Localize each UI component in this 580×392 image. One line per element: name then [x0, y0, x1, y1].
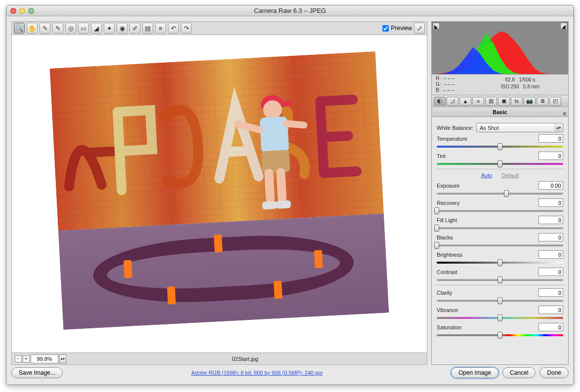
split-toning-tab[interactable]: ▥	[485, 97, 497, 106]
snapshots-tab[interactable]: ◰	[549, 97, 561, 106]
brightness-value-field[interactable]	[539, 250, 563, 259]
saturation-slider-thumb[interactable]	[497, 332, 502, 339]
auto-link[interactable]: Auto	[481, 172, 493, 178]
exposure-label: Exposure	[437, 183, 459, 189]
tint-value-field[interactable]	[539, 152, 563, 160]
image-preview-canvas[interactable]	[11, 35, 427, 353]
open-image-button[interactable]: Open Image	[451, 367, 498, 378]
white-balance-select[interactable]: As Shot ▴▾	[476, 123, 563, 132]
basic-panel: White Balance: As Shot ▴▾ Temperature Ti…	[431, 117, 569, 365]
minimize-window-icon[interactable]	[19, 8, 25, 14]
rotate-cw-tool[interactable]: ↷	[181, 23, 192, 34]
lens-corrections-tab[interactable]: ▣	[498, 97, 510, 106]
brightness-slider[interactable]	[437, 262, 563, 264]
panel-menu-icon[interactable]: ≡	[563, 109, 566, 118]
brightness-slider-thumb[interactable]	[497, 259, 502, 266]
filllight-slider-row: Fill Light	[437, 216, 563, 229]
save-image-button[interactable]: Save Image...	[11, 367, 63, 378]
filllight-value-field[interactable]	[539, 216, 563, 224]
filllight-slider[interactable]	[437, 227, 563, 229]
main-toolbar: 🔍✋✎✎◎▭◢✦◉✐▤≡↶↷ Preview ⤢	[11, 21, 427, 35]
zoom-in-button[interactable]: +	[23, 355, 30, 362]
tint-label: Tint	[437, 153, 446, 159]
recovery-slider[interactable]	[437, 210, 563, 212]
rotate-ccw-tool[interactable]: ↶	[168, 23, 179, 34]
recovery-slider-row: Recovery	[437, 198, 563, 212]
detail-tab[interactable]: ▲	[459, 97, 471, 106]
clarity-slider-thumb[interactable]	[497, 297, 502, 304]
workflow-options-link[interactable]: Adobe RGB (1998); 8 bit; 800 by 606 (0.5…	[67, 370, 447, 376]
filename-label: 02Start.jpg	[66, 356, 424, 362]
close-window-icon[interactable]	[10, 8, 16, 14]
crop-tool[interactable]: ▭	[78, 23, 89, 34]
blacks-value-field[interactable]	[539, 233, 563, 241]
straighten-tool[interactable]: ◢	[91, 23, 102, 34]
fullscreen-toggle-icon[interactable]: ⤢	[414, 23, 425, 34]
histogram[interactable]: ◣ ◢	[431, 21, 569, 75]
footer-bar: Save Image... Adobe RGB (1998); 8 bit; 8…	[6, 365, 574, 385]
zoom-out-button[interactable]: −	[15, 355, 22, 362]
spot-removal-tool[interactable]: ✦	[104, 23, 115, 34]
zoom-window-icon[interactable]	[28, 8, 34, 14]
preview-toggle[interactable]: Preview	[382, 25, 412, 32]
hand-tool[interactable]: ✋	[27, 23, 38, 34]
zoom-level-field[interactable]	[31, 354, 58, 363]
default-link[interactable]: Default	[501, 172, 519, 178]
basic-tab[interactable]: ◐	[434, 97, 446, 106]
clarity-slider[interactable]	[437, 300, 563, 302]
hsl-tab[interactable]: ≡	[472, 97, 484, 106]
contrast-value-field[interactable]	[539, 268, 563, 276]
recovery-value-field[interactable]	[539, 198, 563, 207]
camera-calibration-tab[interactable]: 📷	[524, 97, 536, 106]
cancel-button[interactable]: Cancel	[502, 367, 536, 378]
clarity-slider-row: Clarity	[437, 288, 563, 302]
filllight-slider-thumb[interactable]	[434, 225, 439, 232]
contrast-slider-thumb[interactable]	[497, 276, 502, 283]
white-balance-tool[interactable]: ✎	[40, 23, 50, 34]
app-window: Camera Raw 6.3 – JPEG 🔍✋✎✎◎▭◢✦◉✐▤≡↶↷ Pre…	[6, 5, 574, 385]
blacks-slider-row: Blacks	[437, 233, 563, 246]
clarity-value-field[interactable]	[539, 288, 563, 297]
exposure-slider-row: Exposure	[437, 181, 563, 195]
preview-checkbox[interactable]	[382, 25, 389, 32]
done-button[interactable]: Done	[539, 367, 569, 378]
white-balance-value: As Shot	[480, 125, 499, 131]
tone-curve-tab[interactable]: ◿	[447, 97, 458, 106]
vibrance-slider-thumb[interactable]	[497, 314, 502, 321]
status-bar: − + ▴▾ 02Start.jpg	[11, 353, 427, 365]
tint-slider[interactable]	[437, 163, 563, 165]
targeted-adjustment-tool[interactable]: ◎	[65, 23, 76, 34]
vibrance-slider[interactable]	[437, 317, 563, 319]
saturation-value-field[interactable]	[539, 323, 563, 331]
exposure-value-field[interactable]	[539, 181, 563, 190]
red-eye-tool[interactable]: ◉	[117, 23, 127, 34]
exposure-slider-thumb[interactable]	[504, 190, 509, 197]
brightness-slider-row: Brightness	[437, 250, 563, 264]
vibrance-value-field[interactable]	[539, 306, 563, 314]
recovery-slider-thumb[interactable]	[434, 207, 439, 214]
presets-tab[interactable]: ≣	[537, 97, 548, 106]
contrast-slider[interactable]	[437, 279, 563, 281]
brightness-label: Brightness	[437, 252, 462, 258]
effects-tab[interactable]: fx	[511, 97, 523, 106]
saturation-slider-row: Saturation	[437, 323, 563, 336]
panel-tab-strip: ◐◿▲≡▥▣fx📷≣◰	[431, 95, 569, 107]
exposure-slider[interactable]	[437, 193, 563, 195]
temperature-value-field[interactable]	[539, 134, 563, 143]
temperature-slider[interactable]	[437, 146, 563, 148]
zoom-tool[interactable]: 🔍	[14, 23, 25, 34]
blacks-slider-thumb[interactable]	[434, 242, 439, 249]
graduated-filter-tool[interactable]: ▤	[142, 23, 153, 34]
zoom-stepper-icon[interactable]: ▴▾	[59, 354, 66, 363]
preferences-tool[interactable]: ≡	[155, 23, 166, 34]
temperature-slider-thumb[interactable]	[497, 143, 502, 150]
contrast-slider-row: Contrast	[437, 268, 563, 281]
temperature-label: Temperature	[437, 136, 467, 142]
window-title: Camera Raw 6.3 – JPEG	[6, 7, 574, 14]
blacks-slider[interactable]	[437, 244, 563, 246]
saturation-slider[interactable]	[437, 334, 563, 336]
tint-slider-thumb[interactable]	[497, 160, 502, 167]
adjustment-brush-tool[interactable]: ✐	[129, 23, 140, 34]
tint-slider-row: Tint	[437, 152, 563, 165]
color-sampler-tool[interactable]: ✎	[52, 23, 63, 34]
